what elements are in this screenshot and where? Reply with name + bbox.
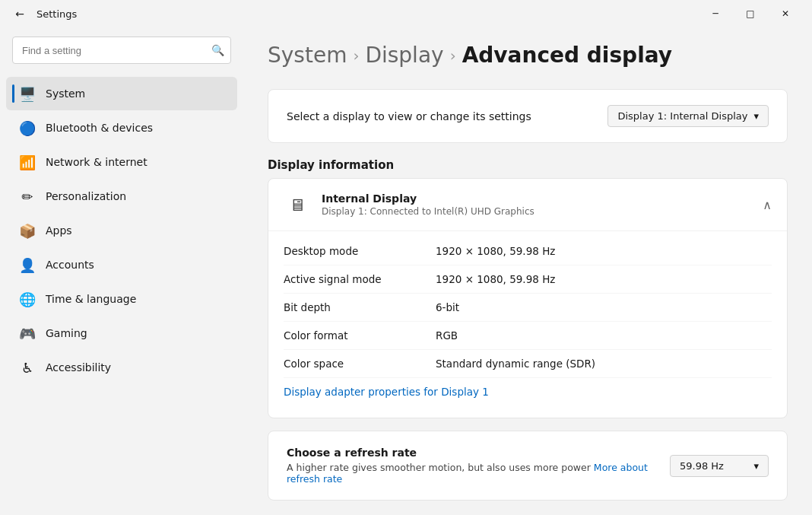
sidebar-item-accounts[interactable]: 👤 Accounts — [6, 248, 237, 281]
display-subtitle: Display 1: Connected to Intel(R) UHD Gra… — [322, 206, 534, 217]
breadcrumb-sep2: › — [450, 46, 456, 65]
display-name: Internal Display — [322, 192, 534, 205]
nav-icon-time: 🌐 — [18, 290, 36, 308]
refresh-rate-dropdown[interactable]: 59.98 Hz ▾ — [670, 455, 769, 477]
adapter-link[interactable]: Display adapter properties for Display 1 — [284, 378, 772, 405]
breadcrumb-current: Advanced display — [462, 43, 672, 68]
info-row-label: Active signal mode — [284, 273, 436, 285]
sidebar-item-network[interactable]: 📶 Network & internet — [6, 145, 237, 179]
sidebar-item-system[interactable]: 🖥️ System — [6, 77, 237, 110]
nav-icon-gaming: 🎮 — [18, 324, 36, 342]
display-dropdown-chevron: ▾ — [753, 110, 759, 122]
search-input[interactable] — [12, 37, 231, 64]
info-row-label: Bit depth — [284, 301, 436, 313]
breadcrumb-system: System — [268, 43, 347, 68]
refresh-desc: A higher rate gives smoother motion, but… — [287, 462, 670, 485]
display-selector-card: Select a display to view or change its s… — [268, 89, 788, 143]
nav-label-apps: Apps — [46, 224, 72, 237]
nav-label-network: Network & internet — [46, 156, 147, 168]
display-header-text: Internal Display Display 1: Connected to… — [322, 192, 534, 217]
display-collapse-icon[interactable]: ∧ — [763, 198, 772, 212]
maximize-button[interactable]: □ — [733, 0, 768, 27]
refresh-title: Choose a refresh rate — [287, 447, 670, 459]
display-selector-label: Select a display to view or change its s… — [287, 110, 531, 122]
titlebar: ← Settings ─ □ ✕ — [0, 0, 812, 27]
sidebar-item-accessibility[interactable]: ♿ Accessibility — [6, 351, 237, 384]
nav-list: 🖥️ System 🔵 Bluetooth & devices 📶 Networ… — [0, 76, 243, 385]
display-header: 🖥 Internal Display Display 1: Connected … — [268, 179, 787, 231]
nav-label-system: System — [46, 87, 85, 100]
breadcrumb: System › Display › Advanced display — [268, 43, 788, 68]
app-title: Settings — [36, 8, 77, 20]
info-row-label: Color format — [284, 329, 436, 342]
sidebar-item-bluetooth[interactable]: 🔵 Bluetooth & devices — [6, 111, 237, 145]
nav-icon-accessibility: ♿ — [18, 358, 36, 377]
refresh-card-left: Choose a refresh rate A higher rate give… — [287, 447, 670, 485]
info-row: Color space Standard dynamic range (SDR) — [284, 350, 772, 378]
info-row: Desktop mode 1920 × 1080, 59.98 Hz — [284, 237, 772, 265]
nav-icon-system: 🖥️ — [18, 84, 36, 103]
info-row-value: 6-bit — [436, 301, 459, 313]
nav-icon-accounts: 👤 — [18, 256, 36, 274]
refresh-rate-card: Choose a refresh rate A higher rate give… — [268, 431, 788, 501]
info-row-value: 1920 × 1080, 59.98 Hz — [436, 245, 555, 257]
info-row-value: RGB — [436, 329, 458, 342]
nav-label-time: Time & language — [46, 293, 136, 305]
sidebar-item-gaming[interactable]: 🎮 Gaming — [6, 316, 237, 350]
info-row-value: Standard dynamic range (SDR) — [436, 358, 595, 370]
info-row: Bit depth 6-bit — [284, 294, 772, 322]
monitor-icon: 🖥 — [284, 191, 311, 218]
info-rows: Desktop mode 1920 × 1080, 59.98 Hz Activ… — [268, 231, 787, 418]
breadcrumb-sep1: › — [353, 46, 359, 65]
minimize-button[interactable]: ─ — [698, 0, 733, 27]
nav-label-personalization: Personalization — [46, 190, 126, 202]
refresh-dropdown-chevron: ▾ — [753, 460, 759, 472]
nav-icon-personalization: ✏️ — [18, 187, 36, 205]
sidebar-item-time[interactable]: 🌐 Time & language — [6, 282, 237, 316]
content-area: System › Display › Advanced display Sele… — [243, 27, 812, 515]
nav-label-bluetooth: Bluetooth & devices — [46, 122, 153, 134]
info-row-label: Color space — [284, 358, 436, 370]
close-button[interactable]: ✕ — [768, 0, 803, 27]
window-controls: ─ □ ✕ — [698, 0, 803, 27]
nav-icon-network: 📶 — [18, 153, 36, 171]
nav-label-accessibility: Accessibility — [46, 361, 111, 374]
sidebar-item-personalization[interactable]: ✏️ Personalization — [6, 180, 237, 213]
refresh-rate-value: 59.98 Hz — [680, 460, 724, 472]
info-row: Active signal mode 1920 × 1080, 59.98 Hz — [284, 265, 772, 294]
info-row-label: Desktop mode — [284, 245, 436, 257]
app-body: 🔍 🖥️ System 🔵 Bluetooth & devices 📶 Netw… — [0, 27, 812, 515]
nav-label-accounts: Accounts — [46, 259, 94, 271]
display-dropdown[interactable]: Display 1: Internal Display ▾ — [607, 105, 769, 127]
sidebar: 🔍 🖥️ System 🔵 Bluetooth & devices 📶 Netw… — [0, 27, 243, 515]
search-box: 🔍 — [12, 37, 231, 64]
search-icon[interactable]: 🔍 — [210, 43, 225, 58]
back-button[interactable]: ← — [9, 3, 30, 24]
display-info-card: 🖥 Internal Display Display 1: Connected … — [268, 178, 788, 418]
nav-icon-apps: 📦 — [18, 221, 36, 240]
info-row-value: 1920 × 1080, 59.98 Hz — [436, 273, 555, 285]
nav-label-gaming: Gaming — [46, 327, 87, 339]
breadcrumb-display: Display — [365, 43, 443, 68]
sidebar-item-apps[interactable]: 📦 Apps — [6, 214, 237, 247]
display-dropdown-value: Display 1: Internal Display — [617, 110, 747, 122]
info-row: Color format RGB — [284, 322, 772, 350]
nav-icon-bluetooth: 🔵 — [18, 119, 36, 137]
display-info-section-title: Display information — [268, 158, 788, 172]
